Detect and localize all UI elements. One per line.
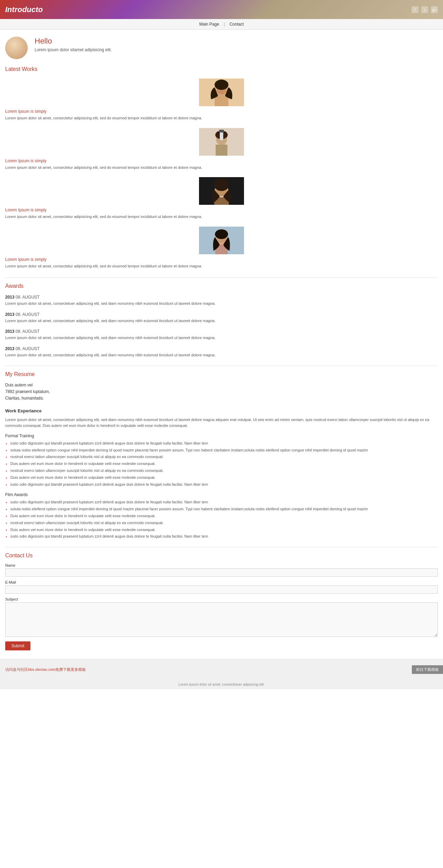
hero-text: Hello Lorem ipsum dolor sitamet adipisic… <box>35 37 112 52</box>
avatar-image <box>5 37 28 59</box>
email-label: E-Mail <box>5 580 438 584</box>
list-item: Duis autem vel eum iriure dolor in hendr… <box>10 527 438 533</box>
email-input[interactable] <box>5 585 438 594</box>
award-month-1: 08. AUGUST <box>16 295 39 300</box>
work-title-2: Lorem Ipsum is simply <box>5 158 46 163</box>
awards-section: Awards 2013 08. AUGUST Lorem ipsum dolor… <box>0 280 443 364</box>
list-item: nostrud exerci tation ullamcorper suscip… <box>10 467 438 474</box>
work-image-4 <box>199 227 244 254</box>
list-item: soluta nobis eleifend option congue nihi… <box>10 506 438 513</box>
name-label: Name <box>5 563 438 567</box>
film-awards-title: Film Awards <box>0 490 443 499</box>
svg-rect-11 <box>219 130 224 133</box>
work-desc-4: Lorem ipsum dolor sit amet, consectetur … <box>5 263 202 269</box>
award-desc-2: Lorem ipsum dolor sit amet, consectetuer… <box>5 318 438 324</box>
list-item: Duis autem vel eum iriure dolor in hendr… <box>10 513 438 520</box>
work-title-4: Lorem Ipsum is simply <box>5 257 46 262</box>
list-item: nostrud exerci tation ullamcorper suscip… <box>10 454 438 460</box>
resume-intro-line1: Duis autem vel <box>5 382 438 389</box>
work-item: Lorem Ipsum is simply Lorem ipsum dolor … <box>0 75 443 125</box>
nav-main-page[interactable]: Main Page <box>196 22 223 27</box>
nav-separator: | <box>224 22 225 27</box>
list-item: nostrud exerci tation ullamcorper suscip… <box>10 520 438 527</box>
svg-point-21 <box>215 229 228 239</box>
svg-rect-7 <box>216 145 227 156</box>
award-desc-3: Lorem ipsum dolor sit amet, consectetuer… <box>5 335 438 341</box>
work-experience-title: Work Experiance <box>0 405 443 415</box>
awards-title: Awards <box>0 280 443 292</box>
divider <box>5 366 438 366</box>
main-nav: Main Page | Contact <box>0 19 443 30</box>
divider <box>5 547 438 547</box>
award-desc-1: Lorem ipsum dolor sit amet, consectetuer… <box>5 301 438 307</box>
award-item: 2013 08. AUGUST Lorem ipsum dolor sit am… <box>0 292 443 309</box>
work-image-1 <box>199 79 244 106</box>
svg-rect-3 <box>215 96 228 106</box>
award-date-1: 2013 08. AUGUST <box>5 295 438 300</box>
list-item: iusto odio dignissim qui blandit praesen… <box>10 533 438 540</box>
award-date-4: 2013 08. AUGUST <box>5 346 438 351</box>
nav-contact[interactable]: Contact <box>226 22 247 27</box>
award-month-4: 08. AUGUST <box>16 346 39 351</box>
resume-intro-line3: Claritas, humanitatis. <box>5 395 438 402</box>
hero-greeting: Hello <box>35 37 112 46</box>
svg-point-4 <box>215 80 228 90</box>
award-item: 2013 08. AUGUST Lorem ipsum dolor sit am… <box>0 326 443 344</box>
submit-button[interactable]: Submit <box>5 641 30 650</box>
work-item: Lorem Ipsum is simply Lorem ipsum dolor … <box>0 125 443 174</box>
formal-training-title: Formal Training <box>0 431 443 440</box>
contact-us-title: Contact Us <box>0 549 443 561</box>
work-desc-1: Lorem ipsum dolor sit amet, consectetur … <box>5 115 202 121</box>
film-awards-list: iusto odio dignissim qui blandit praesen… <box>0 499 443 542</box>
my-resume-title: My Resume <box>0 368 443 380</box>
award-year-3: 2013 <box>5 329 15 334</box>
contact-form: Name E-Mail Subject Submit <box>0 561 443 652</box>
footer-bottom: Lorem ipsum dolor sit amet, consectetuer… <box>0 680 443 689</box>
work-title-1: Lorem Ipsum is simply <box>5 109 46 114</box>
list-item: soluta nobis eleifend option congue nihi… <box>10 447 438 454</box>
twitter-icon[interactable]: t <box>421 6 428 13</box>
latest-works-section: Latest Works Lorem Ipsum is simply Lorem… <box>0 63 443 276</box>
list-item: Duis autem vel eum iriure dolor in hendr… <box>10 460 438 467</box>
award-year-4: 2013 <box>5 346 15 351</box>
name-input[interactable] <box>5 568 438 577</box>
award-year-1: 2013 <box>5 295 15 300</box>
subject-label: Subject <box>5 597 438 601</box>
formal-training-list: iusto odio dignissim qui blandit praesen… <box>0 440 443 490</box>
award-item: 2013 08. AUGUST Lorem ipsum dolor sit am… <box>0 309 443 327</box>
resume-intro: Duis autem vel 7892 praesent luptatum, C… <box>0 380 443 405</box>
list-item: iusto odio dignissim qui blandit praesen… <box>10 499 438 506</box>
footer-bottom-text: Lorem ipsum dolor sit amet, consectetuer… <box>178 683 264 686</box>
header: Introducto f t g+ <box>0 0 443 19</box>
work-image-2 <box>199 128 244 156</box>
svg-point-16 <box>214 179 229 191</box>
site-logo: Introducto <box>5 5 43 14</box>
work-desc-3: Lorem ipsum dolor sit amet, consectetur … <box>5 214 202 220</box>
award-date-3: 2013 08. AUGUST <box>5 329 438 334</box>
download-button[interactable]: 前往下载模板 <box>412 665 443 674</box>
contact-us-section: Contact Us Name E-Mail Subject Submit <box>0 549 443 659</box>
award-month-3: 08. AUGUST <box>16 329 39 334</box>
list-item: Duis autem vel eum iriure dolor in hendr… <box>10 474 438 481</box>
facebook-icon[interactable]: f <box>412 6 418 13</box>
work-experience-desc: Lorem ipsum dolor sit amet, consectetuer… <box>0 415 443 431</box>
award-month-2: 08. AUGUST <box>16 312 39 317</box>
avatar <box>5 37 28 59</box>
list-item: iusto odio dignissim qui blandit praesen… <box>10 440 438 447</box>
footer-watermark: 访问血与社区bbs.xleniao.com免费下载更多模板 <box>5 667 86 672</box>
email-group: E-Mail <box>5 580 438 594</box>
latest-works-title: Latest Works <box>0 63 443 75</box>
work-title-3: Lorem Ipsum is simply <box>5 208 46 212</box>
work-desc-2: Lorem ipsum dolor sit amet, consectetur … <box>5 165 202 171</box>
hero-description: Lorem ipsum dolor sitamet adipisicing el… <box>35 47 112 52</box>
work-image-3 <box>199 177 244 205</box>
work-item: Lorem Ipsum is simply Lorem ipsum dolor … <box>0 174 443 223</box>
subject-textarea[interactable] <box>5 602 438 637</box>
resume-intro-line2: 7892 praesent luptatum, <box>5 389 438 395</box>
googleplus-icon[interactable]: g+ <box>431 6 438 13</box>
divider <box>5 277 438 278</box>
subject-group: Subject <box>5 597 438 638</box>
award-desc-4: Lorem ipsum dolor sit amet, consectetuer… <box>5 352 438 358</box>
name-group: Name <box>5 563 438 577</box>
my-resume-section: My Resume Duis autem vel 7892 praesent l… <box>0 368 443 545</box>
